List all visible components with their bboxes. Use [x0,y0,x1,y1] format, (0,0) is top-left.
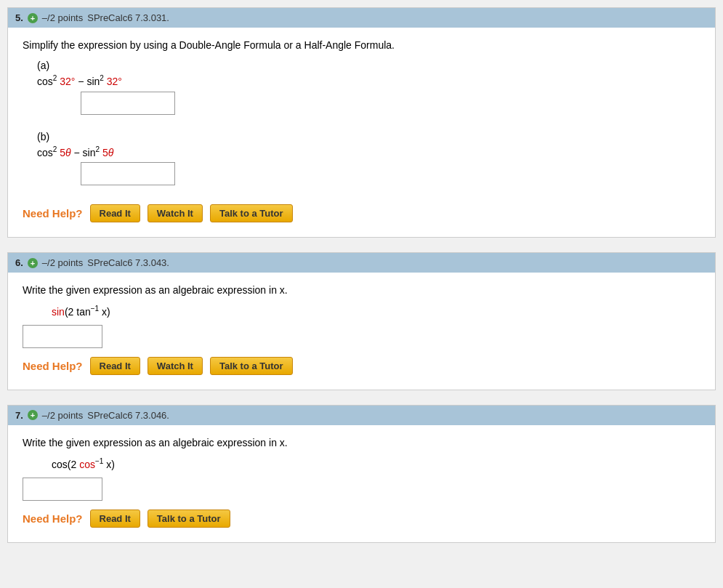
read-it-button-5[interactable]: Read It [90,204,140,222]
question-6-instruction: Write the given expression as an algebra… [23,284,700,296]
part-a-label: (a) [37,60,700,71]
watch-it-button-5[interactable]: Watch It [148,204,203,222]
source-6: SPreCalc6 7.3.043. [87,257,169,268]
talk-to-tutor-button-7[interactable]: Talk to a Tutor [148,510,230,528]
part-b-expression: cos2 5θ − sin2 5θ [37,145,700,158]
answer-input-7[interactable] [23,478,102,501]
part-b: (b) cos2 5θ − sin2 5θ [23,131,700,196]
talk-to-tutor-button-6[interactable]: Talk to a Tutor [210,357,293,375]
question-6-header: 6. + –/2 points SPreCalc6 7.3.043. [8,253,715,273]
question-6: 6. + –/2 points SPreCalc6 7.3.043. Write… [7,252,716,390]
part-a: (a) cos2 32° − sin2 32° [23,60,700,125]
answer-input-5a[interactable] [81,92,175,115]
question-6-expression: sin(2 tan−1 x) [52,305,700,318]
question-7-body: Write the given expression as an algebra… [8,425,715,542]
source-5: SPreCalc6 7.3.031. [87,12,169,23]
source-7: SPreCalc6 7.3.046. [87,410,169,421]
need-help-7: Need Help? Read It Talk to a Tutor [23,510,700,528]
need-help-5: Need Help? Read It Watch It Talk to a Tu… [23,204,700,222]
answer-input-5b[interactable] [81,162,175,185]
read-it-button-6[interactable]: Read It [90,357,140,375]
need-help-6: Need Help? Read It Watch It Talk to a Tu… [23,357,700,375]
points-7: –/2 points [42,410,83,421]
part-a-expression: cos2 32° − sin2 32° [37,74,700,87]
question-5: 5. + –/2 points SPreCalc6 7.3.031. Simpl… [7,7,716,238]
read-it-button-7[interactable]: Read It [90,510,140,528]
points-5: –/2 points [42,12,83,23]
question-7-expression: cos(2 cos−1 x) [52,457,700,470]
plus-icon-5: + [28,13,38,23]
question-5-instruction: Simplify the expression by using a Doubl… [23,39,700,51]
need-help-label-5: Need Help? [23,207,83,220]
answer-input-6[interactable] [23,325,102,348]
question-5-header: 5. + –/2 points SPreCalc6 7.3.031. [8,8,715,28]
question-number-6: 6. [15,257,23,268]
question-7: 7. + –/2 points SPreCalc6 7.3.046. Write… [7,405,716,543]
question-5-body: Simplify the expression by using a Doubl… [8,28,715,237]
question-number-7: 7. [15,410,23,421]
plus-icon-6: + [28,258,38,268]
question-7-header: 7. + –/2 points SPreCalc6 7.3.046. [8,406,715,425]
question-7-instruction: Write the given expression as an algebra… [23,437,700,448]
question-6-body: Write the given expression as an algebra… [8,273,715,390]
plus-icon-7: + [28,410,38,420]
talk-to-tutor-button-5[interactable]: Talk to a Tutor [210,204,293,222]
watch-it-button-6[interactable]: Watch It [148,357,203,375]
part-b-label: (b) [37,131,700,142]
points-6: –/2 points [42,257,83,268]
question-number-5: 5. [15,12,23,23]
need-help-label-7: Need Help? [23,512,83,525]
need-help-label-6: Need Help? [23,360,83,372]
